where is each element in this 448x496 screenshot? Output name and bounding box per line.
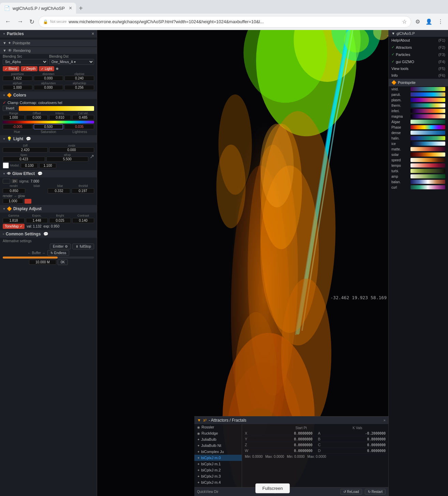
attractor-bicomplex[interactable]: ✦ biComplex Ju: [194, 449, 242, 455]
attractor-juliabulb-nt[interactable]: ✦ JuliaBulb Nt: [194, 442, 242, 449]
attractor-bicplxj-m0[interactable]: ✦ biCplxJ m.0: [194, 455, 242, 461]
blend-button[interactable]: ✓ Blend: [3, 66, 19, 71]
address-bar[interactable]: 🔒 Not secure www.michelemorrone.eu/wglch…: [39, 16, 411, 28]
colormap-speed[interactable]: speed: [389, 157, 448, 163]
mid-input[interactable]: [34, 124, 63, 129]
attractor-rossler[interactable]: ◉ Rossler: [194, 424, 242, 430]
spec-icon[interactable]: ↗: [90, 153, 94, 162]
sexp-input[interactable]: [46, 157, 89, 162]
depth-button[interactable]: ✓ Depth: [21, 66, 38, 71]
expos-input[interactable]: [26, 218, 48, 223]
tab-close-button[interactable]: ×: [69, 5, 72, 11]
light-section-header[interactable]: ▼ 💡 Light 💬: [0, 135, 97, 143]
menu-gizmo[interactable]: ✓ gui GIZMO (F4): [389, 58, 448, 65]
colormap-inferno[interactable]: inferi.: [389, 108, 448, 114]
bright-input[interactable]: [49, 218, 71, 223]
colormap-tempo[interactable]: tempo: [389, 163, 448, 168]
bilat-input[interactable]: [48, 188, 70, 193]
emitter-button[interactable]: Emitter ⚙: [50, 244, 71, 249]
attractor-rucklidge[interactable]: ◉ Rucklidge: [194, 430, 242, 436]
particles-close[interactable]: ×: [92, 31, 94, 36]
pointsize-input[interactable]: [3, 76, 32, 81]
ambt-input[interactable]: [49, 147, 94, 152]
colormap-haline[interactable]: halin.: [389, 135, 448, 141]
colormap-curl[interactable]: curl: [389, 185, 448, 190]
colormap-parula[interactable]: paruli.: [389, 92, 448, 97]
toggle-circle[interactable]: ●: [56, 65, 59, 72]
pos-input[interactable]: [64, 124, 94, 129]
glow-num-input[interactable]: [3, 199, 23, 204]
gamma-input[interactable]: [3, 218, 25, 223]
new-tab-button[interactable]: +: [76, 4, 86, 12]
colormap-plasma[interactable]: plasm.: [389, 97, 448, 103]
menu-button[interactable]: ⋮: [436, 17, 445, 26]
common-chat-icon[interactable]: 💬: [43, 232, 48, 236]
blend-dst-select[interactable]: One_Minus_A ▾: [49, 59, 94, 65]
refresh-button[interactable]: ↻: [27, 17, 36, 27]
intens-input[interactable]: [49, 115, 71, 120]
menu-help[interactable]: Help/About (F1): [389, 37, 448, 44]
particles-section-header[interactable]: ▼ Particles ×: [0, 30, 97, 38]
colormap-balance[interactable]: balan.: [389, 179, 448, 185]
colormap-viridis[interactable]: virid.: [389, 86, 448, 92]
spec-input[interactable]: [3, 157, 45, 162]
bottom-panel-close[interactable]: ×: [384, 418, 386, 422]
colormap-thermal[interactable]: therm.: [389, 103, 448, 108]
menu-particles[interactable]: ✓ Particles (F3): [389, 51, 448, 58]
colormap-phase[interactable]: Phase: [389, 125, 448, 130]
colormap-algae[interactable]: Algae: [389, 119, 448, 125]
invert-button[interactable]: Invert: [3, 106, 17, 111]
reload-button[interactable]: ↺ ReLoad: [340, 489, 362, 495]
fullscreen-button[interactable]: Fullscreen: [255, 483, 290, 493]
colormap-solar[interactable]: solar: [389, 152, 448, 157]
colors-section-header[interactable]: ▼ 🔶 Colors: [0, 91, 97, 99]
colormap-turbid[interactable]: turbi.: [389, 168, 448, 174]
modul-input2[interactable]: [39, 163, 56, 168]
blend-src-select[interactable]: Src_Alpha: [3, 59, 48, 65]
endless-button[interactable]: ↻ Endless: [47, 250, 70, 256]
fullstop-button[interactable]: ⏸ fullStop: [72, 244, 94, 249]
modul-input1[interactable]: [21, 163, 38, 168]
contrast-input[interactable]: [72, 218, 94, 223]
glow-color-swatch[interactable]: [3, 179, 10, 184]
bookmark-icon[interactable]: ☆: [402, 18, 407, 25]
light-button[interactable]: ✓ Light: [39, 66, 54, 71]
glow-section-header[interactable]: ▼ 👁 Glow Effect 💬: [0, 170, 97, 177]
menu-info[interactable]: Info (F6): [389, 72, 448, 79]
colormap-matter[interactable]: matte.: [389, 146, 448, 152]
back-button[interactable]: ←: [3, 17, 13, 27]
restart-button[interactable]: ↻ Restart: [365, 489, 386, 495]
attractor-bicplxj-m2[interactable]: ✦ biCplxJ m.2: [194, 467, 242, 473]
alphak-input[interactable]: [3, 85, 32, 90]
colormap-amp[interactable]: amp: [389, 174, 448, 179]
tonemap-button[interactable]: ToneMap ✓: [3, 224, 25, 229]
menu-view-tools[interactable]: View tools (F5): [389, 65, 448, 72]
range-input[interactable]: [3, 115, 25, 120]
offset-input[interactable]: [26, 115, 48, 120]
colormap-magma[interactable]: magma: [389, 114, 448, 119]
attractor-bicplxj-m3[interactable]: ✦ biCplxJ m.3: [194, 473, 242, 479]
colvel-input[interactable]: [72, 115, 94, 120]
glow-chat-icon[interactable]: 💬: [38, 171, 43, 176]
common-section-header[interactable]: ≡ Common Settings 💬: [0, 230, 97, 238]
rendrl-input[interactable]: [3, 188, 25, 193]
alphaatten-input[interactable]: [34, 85, 63, 90]
thrshld-input[interactable]: [72, 188, 94, 193]
forward-button[interactable]: →: [15, 17, 25, 27]
color-picker[interactable]: [3, 162, 9, 169]
clamp-check[interactable]: ✓: [3, 100, 6, 105]
glow-color-indicator[interactable]: [25, 199, 31, 204]
light-chat-icon[interactable]: 💬: [26, 136, 31, 141]
colormap-ice[interactable]: ice: [389, 141, 448, 146]
attractor-bicplxj-m1[interactable]: ✦ biCplxJ m.1: [194, 461, 242, 467]
extensions-button[interactable]: ⚙: [413, 17, 422, 26]
active-tab[interactable]: 📄 wglChAoS.P / wglChAoSP ×: [0, 3, 76, 14]
attractor-juliabulb[interactable]: ✦ JuliaBulb: [194, 436, 242, 442]
display-section-header[interactable]: ▼ 🔶 Display Adjust: [0, 205, 97, 213]
alphaskip-input[interactable]: [64, 85, 94, 90]
colormap-dense[interactable]: dense: [389, 130, 448, 135]
size-input[interactable]: [29, 260, 56, 265]
attractor-bicplxj-m4[interactable]: ✦ biCplxJ m.4: [194, 479, 242, 485]
diff-input[interactable]: [3, 147, 48, 152]
profile-button[interactable]: 👤: [423, 17, 434, 26]
